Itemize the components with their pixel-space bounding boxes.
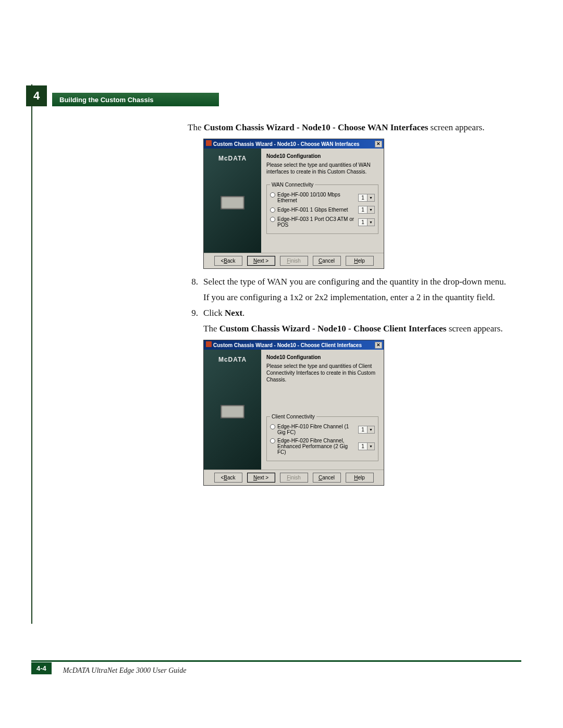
option-label: Edge-HF-020 Fibre Channel, Enhanced Perf… — [277, 438, 355, 455]
client-connectivity-fieldset: Client Connectivity Edge-HF-010 Fibre Ch… — [266, 416, 378, 461]
radio-button[interactable] — [270, 424, 275, 429]
wizard-client-interfaces-dialog: Custom Chassis Wizard - Node10 - Choose … — [203, 340, 384, 486]
section-title-band: Building the Custom Chassis — [52, 93, 219, 106]
finish-button: Finish — [280, 473, 308, 483]
text: Click — [203, 308, 225, 318]
wizard-heading: Node10 Configuration — [266, 354, 378, 361]
fieldset-legend: WAN Connectivity — [270, 181, 315, 188]
wizard-wan-interfaces-dialog: Custom Chassis Wizard - Node10 - Choose … — [203, 139, 384, 269]
text: screen appears. — [428, 122, 484, 132]
wizard-sidebar: McDATA — [204, 350, 261, 470]
next-button[interactable]: Next > — [247, 473, 275, 483]
option-label: Edge-HF-010 Fibre Channel (1 Gig FC) — [277, 424, 355, 435]
chevron-down-icon[interactable]: ▼ — [368, 194, 375, 202]
close-icon[interactable]: ✕ — [375, 342, 382, 349]
page-number: 4-4 — [31, 662, 52, 674]
option-label: Edge-HF-003 1 Port OC3 ATM or POS — [277, 216, 355, 228]
chevron-down-icon[interactable]: ▼ — [368, 218, 375, 226]
quantity-input[interactable]: 1 — [358, 194, 368, 202]
intro-paragraph: The Custom Chassis Wizard - Node10 - Cho… — [188, 122, 521, 133]
wan-option-row: Edge-HF-000 10/100 Mbps Ethernet 1▼ — [270, 192, 375, 203]
client-option-row: Edge-HF-020 Fibre Channel, Enhanced Perf… — [270, 438, 375, 455]
client-option-row: Edge-HF-010 Fibre Channel (1 Gig FC) 1▼ — [270, 424, 375, 435]
page-header: 4 Building the Custom Chassis — [26, 83, 521, 106]
back-button[interactable]: < Back — [214, 473, 242, 483]
step-8: 8. Select the type of WAN you are config… — [188, 276, 521, 288]
dialog-titlebar: Custom Chassis Wizard - Node10 - Choose … — [204, 139, 384, 149]
document-page: 4 Building the Custom Chassis The Custom… — [0, 0, 563, 728]
dialog-title: Custom Chassis Wizard - Node10 - Choose … — [213, 141, 360, 147]
button-name: Next — [225, 308, 242, 318]
radio-button[interactable] — [270, 438, 275, 443]
step-text: Select the type of WAN you are configuri… — [203, 276, 521, 288]
quantity-input[interactable]: 1 — [358, 426, 368, 434]
wizard-heading: Node10 Configuration — [266, 153, 378, 159]
chapter-number-tab: 4 — [26, 85, 47, 106]
next-button[interactable]: Next > — [247, 256, 275, 266]
radio-button[interactable] — [270, 192, 275, 198]
intro2-paragraph: The Custom Chassis Wizard - Node10 - Cho… — [203, 323, 521, 335]
text: screen appears. — [446, 324, 503, 334]
option-label: Edge-HF-001 1 Gbps Ethernet — [277, 207, 348, 213]
cancel-button[interactable]: Cancel — [313, 473, 341, 483]
wizard-button-row: < Back Next > Finish Cancel Help — [204, 253, 384, 268]
cancel-button[interactable]: Cancel — [313, 256, 341, 266]
text: . — [242, 308, 244, 318]
page-footer: 4-4 McDATA UltraNet Edge 3000 User Guide — [31, 660, 521, 676]
device-icon — [221, 405, 244, 418]
app-icon — [206, 341, 212, 347]
radio-button[interactable] — [270, 207, 275, 213]
chevron-down-icon[interactable]: ▼ — [368, 442, 375, 450]
back-button[interactable]: < Back — [214, 256, 242, 266]
step-text: Click Next. — [203, 307, 521, 319]
quantity-input[interactable]: 1 — [358, 206, 368, 214]
fieldset-legend: Client Connectivity — [270, 413, 316, 420]
screen-name: Custom Chassis Wizard - Node10 - Choose … — [219, 324, 447, 334]
body-column: The Custom Chassis Wizard - Node10 - Cho… — [188, 122, 521, 486]
help-button[interactable]: Help — [346, 256, 374, 266]
wizard-sidebar: McDATA — [204, 149, 261, 253]
dialog-titlebar: Custom Chassis Wizard - Node10 - Choose … — [204, 340, 384, 350]
help-button[interactable]: Help — [346, 473, 374, 483]
app-icon — [206, 140, 212, 146]
wizard-main: Node10 Configuration Please select the t… — [261, 149, 384, 253]
radio-button[interactable] — [270, 217, 275, 222]
step-8-note: If you are configuring a 1x2 or 2x2 impl… — [188, 292, 521, 303]
device-icon — [221, 196, 244, 209]
step-number: 8. — [188, 276, 198, 288]
option-label: Edge-HF-000 10/100 Mbps Ethernet — [277, 192, 355, 203]
mcdata-logo: McDATA — [218, 356, 247, 364]
chevron-down-icon[interactable]: ▼ — [368, 426, 375, 434]
step-9: 9. Click Next. — [188, 307, 521, 319]
wizard-button-row: < Back Next > Finish Cancel Help — [204, 470, 384, 485]
wizard-instructions: Please select the type and quantities of… — [266, 162, 378, 175]
wizard-main: Node10 Configuration Please select the t… — [261, 350, 384, 470]
step-number: 9. — [188, 307, 198, 319]
mcdata-logo: McDATA — [218, 155, 247, 163]
wan-connectivity-fieldset: WAN Connectivity Edge-HF-000 10/100 Mbps… — [266, 184, 378, 234]
wan-option-row: Edge-HF-001 1 Gbps Ethernet 1▼ — [270, 206, 375, 214]
document-title: McDATA UltraNet Edge 3000 User Guide — [63, 667, 187, 675]
text: The — [203, 324, 219, 334]
wan-option-row: Edge-HF-003 1 Port OC3 ATM or POS 1▼ — [270, 216, 375, 228]
quantity-input[interactable]: 1 — [358, 218, 368, 226]
chevron-down-icon[interactable]: ▼ — [368, 206, 375, 214]
text: The — [188, 122, 204, 132]
margin-rule — [31, 84, 32, 624]
wizard-instructions: Please select the type and quantities of… — [266, 363, 378, 383]
finish-button: Finish — [280, 256, 308, 266]
dialog-title: Custom Chassis Wizard - Node10 - Choose … — [213, 342, 362, 348]
quantity-input[interactable]: 1 — [358, 442, 368, 450]
close-icon[interactable]: ✕ — [375, 141, 382, 147]
step-note: If you are configuring a 1x2 or 2x2 impl… — [203, 292, 521, 303]
screen-name: Custom Chassis Wizard - Node10 - Choose … — [204, 122, 429, 132]
